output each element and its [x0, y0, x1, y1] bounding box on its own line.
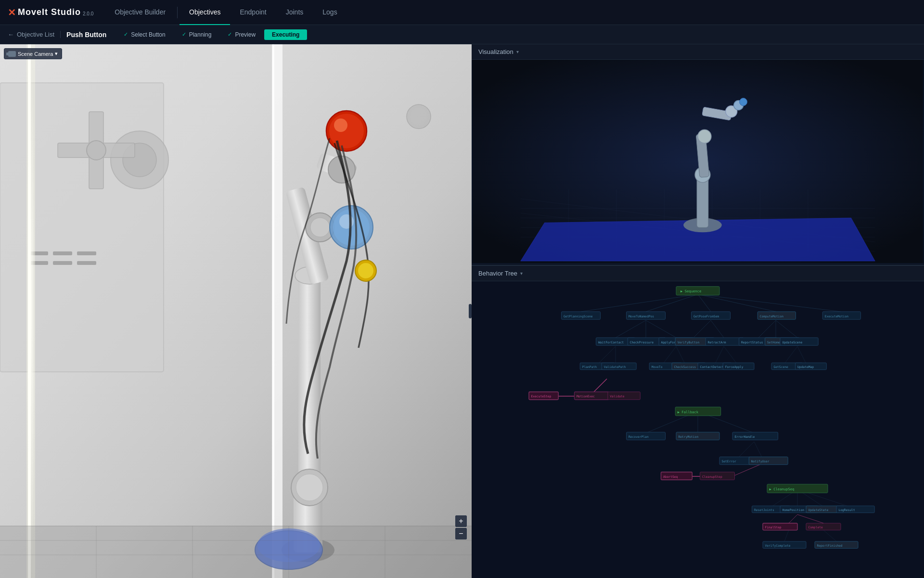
svg-rect-8 [53, 251, 72, 255]
svg-text:UpdateMap: UpdateMap [797, 365, 814, 369]
svg-text:▶ Fallback: ▶ Fallback [678, 410, 699, 414]
camera-controls: Scene Camera ▾ [4, 48, 62, 59]
svg-text:SetHome: SetHome [767, 341, 780, 344]
zoom-controls: + − [455, 515, 467, 539]
step-bar: ← Objective List Push Button ✓ Select Bu… [0, 25, 924, 44]
bt-label: Behavior Tree [478, 270, 517, 277]
svg-text:ForceApply: ForceApply [725, 365, 744, 369]
svg-text:MoveToNamedPos: MoveToNamedPos [629, 315, 654, 318]
svg-text:RecoverPlan: RecoverPlan [629, 435, 649, 438]
svg-text:GetPoseFromSem: GetPoseFromSem [693, 315, 719, 318]
top-navigation: ✕ MoveIt Studio 2.0.0 Objective Builder … [0, 0, 924, 25]
logo-version: 2.0.0 [83, 11, 93, 16]
back-label: Objective List [17, 31, 54, 38]
step-executing-label: Executing [272, 31, 299, 38]
logo-x-icon: ✕ [8, 7, 16, 18]
svg-text:MotionExec: MotionExec [577, 394, 595, 398]
step-check-icon-3: ✓ [228, 31, 232, 38]
bt-panel-header[interactable]: Behavior Tree ▾ [472, 266, 924, 281]
step-planning[interactable]: ✓ Planning [174, 29, 219, 40]
main-content: Scene Camera ▾ + − Visualization ▾ [0, 44, 924, 578]
svg-text:RetractArm: RetractArm [708, 341, 726, 344]
bt-svg: ▶ Sequence GetPlanningScene MoveToNamedP… [472, 281, 924, 576]
svg-text:HomePosition: HomePosition [783, 508, 805, 512]
svg-point-73 [740, 98, 747, 106]
nav-joints[interactable]: Joints [276, 0, 313, 25]
svg-text:FinalStep: FinalStep [765, 525, 782, 529]
svg-rect-9 [77, 251, 96, 255]
svg-text:Validate: Validate [610, 394, 625, 398]
viz-chevron-icon: ▾ [516, 49, 519, 54]
scene-svg [0, 44, 472, 578]
svg-rect-1 [0, 83, 164, 372]
svg-text:UpdateScene: UpdateScene [783, 341, 803, 344]
svg-text:PlanPath: PlanPath [582, 365, 597, 368]
svg-rect-15 [26, 44, 35, 578]
svg-rect-40 [0, 526, 472, 578]
svg-point-24 [296, 474, 323, 501]
camera-view: Scene Camera ▾ + − [0, 44, 472, 578]
visualization-panel: Visualization ▾ [472, 44, 924, 266]
nav-logs[interactable]: Logs [313, 0, 346, 25]
svg-point-6 [87, 141, 106, 160]
svg-text:CheckPressure: CheckPressure [630, 341, 654, 344]
zoom-in-button[interactable]: + [455, 515, 467, 527]
scene-camera-button[interactable]: Scene Camera ▾ [4, 48, 62, 59]
svg-text:ContactDetect: ContactDetect [700, 365, 724, 368]
svg-text:CheckSuccess: CheckSuccess [674, 365, 696, 368]
svg-text:RetryMotion: RetryMotion [679, 435, 699, 439]
camera-icon [8, 51, 16, 57]
right-panels: Visualization ▾ [472, 44, 924, 578]
nav-objective-builder[interactable]: Objective Builder [105, 0, 175, 25]
svg-text:VerifyButton: VerifyButton [678, 341, 700, 344]
svg-rect-12 [77, 261, 96, 265]
svg-rect-11 [53, 261, 72, 265]
svg-point-37 [358, 263, 373, 278]
behavior-tree-panel: Behavior Tree ▾ [472, 266, 924, 578]
step-select-button-label: Select Button [131, 31, 165, 38]
step-preview[interactable]: ✓ Preview [220, 29, 263, 40]
svg-text:ExecuteStep: ExecuteStep [531, 394, 552, 398]
svg-point-49 [410, 108, 427, 125]
viz-3d-svg [472, 60, 924, 263]
svg-rect-17 [272, 44, 274, 578]
svg-point-35 [334, 118, 347, 132]
nav-divider-1 [177, 7, 178, 18]
svg-text:SetError: SetError [722, 460, 737, 463]
svg-text:ReportStatus: ReportStatus [741, 341, 763, 344]
svg-text:ResetJoints: ResetJoints [754, 508, 774, 512]
bt-chevron-icon: ▾ [520, 271, 523, 276]
svg-text:CleanupStep: CleanupStep [702, 475, 722, 479]
svg-text:▶ CleanupSeq: ▶ CleanupSeq [770, 487, 795, 491]
svg-text:UpdateState: UpdateState [808, 508, 829, 512]
nav-endpoint[interactable]: Endpoint [230, 0, 276, 25]
svg-text:ValidatePath: ValidatePath [604, 365, 626, 368]
svg-text:GetPlanningScene: GetPlanningScene [564, 315, 593, 318]
step-planning-label: Planning [189, 31, 212, 38]
svg-text:ExecuteMotion: ExecuteMotion [825, 315, 848, 318]
scene-background [0, 44, 472, 578]
back-arrow-icon: ← [8, 31, 14, 38]
visualization-panel-header[interactable]: Visualization ▾ [472, 44, 924, 60]
svg-text:LogResult: LogResult [839, 508, 855, 512]
step-executing[interactable]: Executing [264, 29, 307, 40]
logo: ✕ MoveIt Studio 2.0.0 [8, 7, 93, 18]
svg-text:NotifyUser: NotifyUser [751, 460, 770, 463]
step-preview-label: Preview [235, 31, 256, 38]
svg-point-27 [310, 218, 330, 237]
svg-text:AbortSeq: AbortSeq [663, 475, 678, 479]
svg-text:ErrorHandle: ErrorHandle [735, 435, 755, 438]
step-select-button[interactable]: ✓ Select Button [116, 29, 173, 40]
logo-text: MoveIt Studio [18, 7, 81, 17]
svg-text:VerifyComplete: VerifyComplete [765, 544, 791, 548]
svg-text:ReportFinished: ReportFinished [817, 544, 843, 548]
svg-text:GetScene: GetScene [774, 365, 789, 368]
svg-text:Complete: Complete [808, 525, 823, 529]
steps-container: ✓ Select Button ✓ Planning ✓ Preview Exe… [116, 29, 307, 40]
nav-objectives[interactable]: Objectives [180, 0, 230, 25]
camera-chevron-icon: ▾ [55, 51, 58, 57]
back-button[interactable]: ← Objective List [6, 31, 61, 38]
visualization-label: Visualization [478, 48, 513, 55]
zoom-out-button[interactable]: − [455, 528, 467, 539]
svg-text:WaitForContact: WaitForContact [598, 341, 624, 344]
